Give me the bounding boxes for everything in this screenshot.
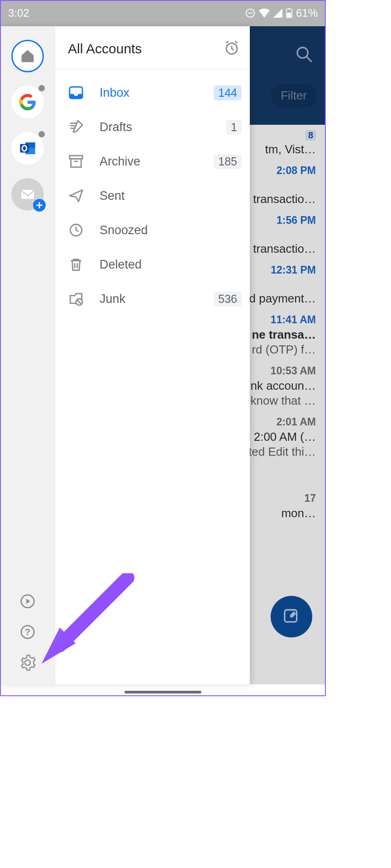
plus-badge-icon	[33, 199, 46, 212]
navigation-drawer: ? All Accounts Inbox 144	[0, 26, 250, 684]
folder-label: Junk	[100, 292, 198, 306]
folder-drafts[interactable]: Drafts 1	[55, 110, 250, 144]
folder-list: Inbox 144 Drafts 1 Archive 185	[55, 69, 250, 322]
snoozed-icon	[68, 222, 84, 238]
play-icon	[20, 594, 35, 609]
archive-icon	[68, 153, 84, 170]
folder-count: 185	[214, 154, 242, 169]
folder-label: Inbox	[100, 86, 198, 100]
folder-label: Archive	[100, 155, 198, 169]
folder-snoozed[interactable]: Snoozed	[55, 213, 250, 247]
notification-dot	[38, 85, 45, 91]
status-bar: 3:02 61%	[0, 0, 326, 26]
svg-rect-12	[21, 190, 33, 199]
signal-icon	[273, 9, 282, 18]
inbox-icon	[68, 85, 84, 101]
alarm-icon	[224, 40, 240, 56]
folder-count: 144	[214, 85, 242, 100]
help-icon: ?	[20, 624, 35, 640]
svg-point-0	[297, 47, 308, 58]
battery-text: 61%	[296, 7, 318, 19]
folder-label: Deleted	[100, 258, 242, 272]
home-icon	[19, 48, 36, 64]
gear-icon	[19, 655, 36, 671]
folder-label: Drafts	[100, 120, 211, 134]
google-icon	[19, 94, 36, 111]
outlook-account-button[interactable]	[11, 132, 44, 165]
folder-label: Sent	[100, 189, 242, 203]
google-account-button[interactable]	[11, 86, 44, 118]
junk-icon	[68, 291, 84, 307]
dnd-schedule-button[interactable]	[224, 40, 240, 58]
folder-junk[interactable]: Junk 536	[55, 282, 250, 316]
unread-badge: 8	[305, 130, 316, 141]
search-icon	[295, 45, 313, 63]
drawer-title: All Accounts	[68, 41, 142, 57]
settings-button[interactable]	[19, 654, 37, 672]
battery-icon	[286, 8, 292, 18]
filter-chip[interactable]: Filter	[271, 84, 317, 107]
svg-line-1	[306, 57, 312, 62]
folder-deleted[interactable]: Deleted	[55, 247, 250, 282]
drawer-header: All Accounts	[55, 26, 250, 69]
sent-icon	[68, 188, 84, 204]
folder-count: 536	[214, 292, 242, 307]
account-rail: ?	[0, 26, 55, 684]
folder-label: Snoozed	[100, 223, 242, 237]
folder-inbox[interactable]: Inbox 144	[55, 75, 250, 110]
gesture-handle[interactable]	[124, 691, 201, 693]
mail-icon	[20, 187, 35, 202]
search-button[interactable]	[295, 45, 313, 63]
svg-rect-7	[287, 13, 291, 18]
drafts-icon	[68, 119, 84, 135]
folder-panel: All Accounts Inbox 144 Drafts 1	[55, 26, 250, 684]
add-account-button[interactable]	[11, 178, 44, 211]
home-account-button[interactable]	[11, 40, 44, 72]
trash-icon	[68, 256, 84, 273]
folder-sent[interactable]: Sent	[55, 179, 250, 213]
play-button[interactable]	[19, 592, 37, 610]
folder-count: 1	[226, 120, 242, 135]
folder-archive[interactable]: Archive 185	[55, 144, 250, 179]
svg-rect-19	[71, 159, 81, 167]
svg-rect-6	[288, 8, 290, 9]
compose-fab[interactable]	[271, 596, 312, 637]
wifi-icon	[259, 9, 270, 18]
status-right: 61%	[245, 7, 318, 19]
clock: 3:02	[8, 7, 29, 19]
compose-icon	[282, 608, 300, 626]
outlook-icon	[19, 140, 36, 157]
svg-text:?: ?	[24, 627, 30, 637]
notification-dot	[38, 131, 45, 137]
dnd-icon	[245, 8, 255, 18]
help-button[interactable]: ?	[19, 623, 37, 641]
